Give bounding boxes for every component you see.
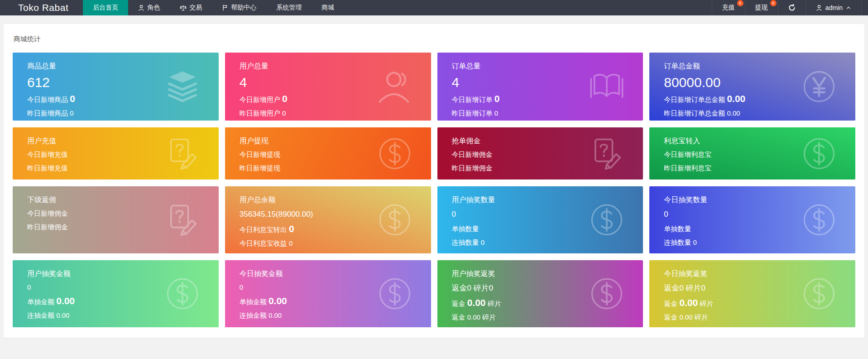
stat-card-4[interactable]: 订单总金额80000.00今日新增订单总金额 0.00昨日新增订单总金额 0.0… bbox=[649, 53, 855, 121]
card-body: 用户抽奖金额0单抽金额 0.00连抽金额 0.00 bbox=[13, 260, 219, 322]
card-value: 0.00 bbox=[56, 296, 75, 306]
menu-item-mall[interactable]: 商城 bbox=[312, 0, 344, 15]
card-value: 0.00 bbox=[467, 297, 486, 308]
card-line: 连抽金额 0.00 bbox=[240, 309, 377, 322]
card-line: 今日新增佣金 bbox=[27, 207, 164, 220]
card-value: 0 bbox=[70, 109, 73, 117]
card-line: 单抽金额 0.00 bbox=[240, 294, 377, 309]
card-title: 用户抽奖返奖 bbox=[452, 267, 589, 281]
card-body: 今日抽奖数量0单抽数量连抽数量 0 bbox=[649, 186, 855, 249]
card-title: 今日抽奖数量 bbox=[664, 193, 801, 207]
stat-card-16[interactable]: 今日抽奖返奖返金0 碎片0返金 0.00 碎片返金 0.00 碎片 bbox=[649, 260, 855, 327]
menu-item-dashboard[interactable]: 后台首页 bbox=[83, 0, 128, 15]
stat-card-9[interactable]: 下级返佣今日新增佣金昨日新增佣金 bbox=[13, 186, 219, 253]
card-value: 356345.15(89000.00) bbox=[240, 210, 313, 218]
stat-card-1[interactable]: 商品总量612今日新增商品 0昨日新增商品 0 bbox=[13, 53, 219, 121]
card-value: 612 bbox=[27, 75, 50, 90]
stat-card-11[interactable]: 用户抽奖数量0单抽数量连抽数量 0 bbox=[437, 186, 643, 253]
card-line: 昨日新增佣金 bbox=[27, 220, 164, 234]
stat-card-3[interactable]: 订单总量4今日新增订单 0昨日新增订单 0 bbox=[437, 53, 643, 121]
menu-item-label: 商城 bbox=[321, 4, 334, 12]
card-title: 订单总金额 bbox=[664, 59, 801, 73]
refresh-button[interactable] bbox=[778, 0, 806, 15]
card-value: 0 bbox=[289, 239, 293, 247]
user-menu[interactable]: admin bbox=[806, 0, 862, 15]
card-line: 今日新增订单总金额 0.00 bbox=[664, 92, 801, 107]
card-body: 用户总量4今日新增用户 0昨日新增用户 0 bbox=[225, 53, 431, 120]
menu-item-label: 帮助中心 bbox=[231, 4, 256, 12]
navbar: Toko Rabat 后台首页 角色 交易 帮助中心 系统管理 商城 充值 0 bbox=[0, 0, 868, 15]
card-line: 返金0 碎片0 bbox=[664, 281, 801, 296]
card-line: 返金 0.00 碎片 bbox=[664, 296, 801, 310]
card-value: 0 bbox=[70, 93, 75, 104]
card-line: 今日新增用户 0 bbox=[240, 92, 377, 107]
stat-card-5[interactable]: 用户充值今日新增充值昨日新增充值 bbox=[13, 127, 219, 180]
stat-card-10[interactable]: 用户总余额356345.15(89000.00)今日利息宝转出 0今日利息宝收益… bbox=[225, 186, 431, 253]
refresh-icon bbox=[788, 4, 796, 11]
stat-card-7[interactable]: 抢单佣金今日新增佣金昨日新增佣金 bbox=[437, 127, 643, 180]
card-line: 昨日新增订单总金额 0.00 bbox=[664, 107, 801, 120]
menu-item-system[interactable]: 系统管理 bbox=[266, 0, 312, 15]
card-line: 返金 0.00 碎片 bbox=[452, 310, 589, 324]
flag-icon bbox=[222, 5, 228, 11]
menu-item-trade[interactable]: 交易 bbox=[170, 0, 212, 15]
card-value: 0 bbox=[452, 210, 456, 218]
card-value: 返金0 碎片0 bbox=[452, 284, 494, 292]
app-logo[interactable]: Toko Rabat bbox=[0, 0, 83, 15]
card-body: 今日抽奖返奖返金0 碎片0返金 0.00 碎片返金 0.00 碎片 bbox=[649, 260, 855, 324]
card-line: 今日新增充值 bbox=[27, 148, 164, 161]
scales-icon bbox=[180, 5, 187, 11]
card-value: 0 bbox=[693, 238, 696, 246]
card-value: 4 bbox=[240, 75, 247, 90]
card-title: 抢单佣金 bbox=[452, 134, 589, 148]
card-body: 下级返佣今日新增佣金昨日新增佣金 bbox=[13, 186, 219, 234]
stat-card-12[interactable]: 今日抽奖数量0单抽数量连抽数量 0 bbox=[649, 186, 855, 253]
card-line: 今日新增商品 0 bbox=[27, 92, 164, 107]
card-title: 今日抽奖金额 bbox=[240, 267, 377, 281]
card-line: 今日新增佣金 bbox=[452, 148, 589, 161]
card-line: 连抽数量 0 bbox=[664, 236, 801, 249]
card-title: 用户抽奖金额 bbox=[27, 267, 164, 281]
menu-item-label: 角色 bbox=[147, 4, 160, 12]
card-value: 0 bbox=[664, 210, 668, 218]
menu-item-roles[interactable]: 角色 bbox=[128, 0, 170, 15]
user-icon bbox=[816, 5, 822, 11]
username: admin bbox=[825, 4, 843, 11]
menu-item-label: 系统管理 bbox=[276, 4, 302, 12]
card-value: 0.00 bbox=[56, 311, 69, 319]
recharge-button[interactable]: 充值 0 bbox=[712, 0, 745, 15]
card-title: 商品总量 bbox=[27, 59, 164, 73]
stat-card-14[interactable]: 今日抽奖金额0单抽金额 0.00连抽金额 0.00 bbox=[225, 260, 431, 327]
stat-card-8[interactable]: 利息宝转入今日新增利息宝昨日新增利息宝 bbox=[649, 127, 855, 180]
card-line: 昨日新增利息宝 bbox=[664, 161, 801, 175]
card-value: 0.00 bbox=[269, 296, 287, 306]
withdraw-button[interactable]: 提现 0 bbox=[745, 0, 778, 15]
menu-item-help-center[interactable]: 帮助中心 bbox=[212, 0, 266, 15]
card-line: 昨日新增订单 0 bbox=[452, 107, 589, 120]
card-line: 昨日新增佣金 bbox=[452, 161, 589, 175]
card-line: 今日利息宝收益 0 bbox=[240, 237, 377, 250]
card-line: 今日利息宝转出 0 bbox=[240, 222, 377, 237]
stat-card-15[interactable]: 用户抽奖返奖返金0 碎片0返金 0.00 碎片返金 0.00 碎片 bbox=[437, 260, 643, 327]
menu-item-label: 后台首页 bbox=[93, 4, 118, 12]
card-value: 0 bbox=[282, 93, 288, 104]
card-title: 下级返佣 bbox=[27, 193, 164, 207]
card-title: 用户提现 bbox=[240, 134, 377, 148]
stat-card-13[interactable]: 用户抽奖金额0单抽金额 0.00连抽金额 0.00 bbox=[13, 260, 219, 327]
stat-card-2[interactable]: 用户总量4今日新增用户 0昨日新增用户 0 bbox=[225, 53, 431, 121]
card-value: 0.00 bbox=[269, 311, 282, 319]
stat-card-6[interactable]: 用户提现今日新增提现昨日新增提现 bbox=[225, 127, 431, 180]
card-value: 返金0 碎片0 bbox=[664, 284, 705, 292]
card-title: 订单总量 bbox=[452, 59, 589, 73]
card-line: 单抽数量 bbox=[664, 222, 801, 236]
card-value: 4 bbox=[452, 75, 460, 90]
card-body: 利息宝转入今日新增利息宝昨日新增利息宝 bbox=[649, 127, 855, 175]
card-line: 612 bbox=[27, 73, 164, 92]
card-line: 0 bbox=[27, 281, 164, 294]
card-title: 用户总量 bbox=[240, 59, 377, 73]
card-line: 返金0 碎片0 bbox=[452, 281, 589, 296]
card-body: 用户抽奖数量0单抽数量连抽数量 0 bbox=[437, 186, 643, 249]
withdraw-badge: 0 bbox=[770, 0, 777, 6]
card-line: 今日新增提现 bbox=[240, 148, 377, 161]
user-icon bbox=[138, 5, 144, 11]
